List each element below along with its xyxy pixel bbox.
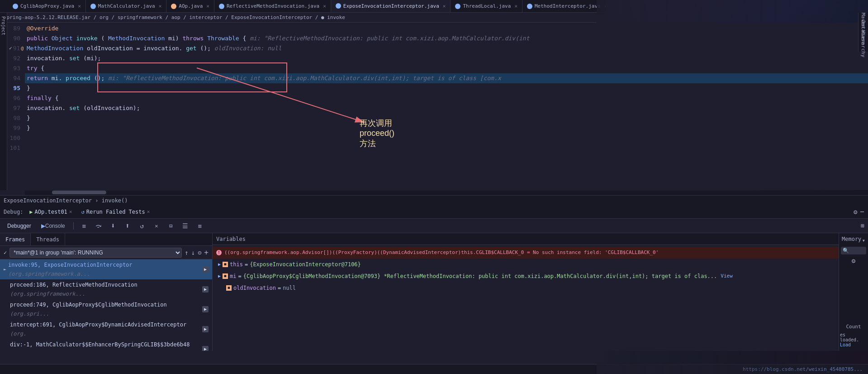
tab-icon-reflective [219, 4, 224, 9]
debug-settings-icon[interactable]: ⚙ [854, 208, 857, 216]
tab-label-cglib: CglibAopProxy.java [20, 3, 74, 9]
trace-icon[interactable]: ⊟ [165, 221, 177, 231]
debug-tab1-close[interactable]: ✕ [69, 209, 72, 215]
memory-gear-icon[interactable]: ⚙ [852, 257, 855, 264]
close-reflective[interactable]: ✕ [323, 3, 326, 9]
code-line-98: invocation. set (oldInvocation); [25, 103, 868, 113]
memory-dropdown-icon[interactable]: ▾ [862, 237, 865, 244]
frame-item-3[interactable]: intercept:691, CglibAopProxy$DynamicAdvi… [0, 319, 212, 339]
frame-item-4[interactable]: div:-1, MathCalculator$$EnhancerBySpring… [0, 339, 212, 351]
frame-item-0[interactable]: ► invoke:95, ExposeInvocationInterceptor… [0, 259, 212, 279]
variables-mi-row: ▶ ■ mi = {CglibAopProxy$CglibMethodInvoc… [213, 270, 839, 282]
loaded-text: es loaded. Load [839, 331, 868, 348]
more-icon[interactable]: ≡ [194, 221, 206, 231]
frame-3-expand[interactable]: ▶ [202, 326, 209, 332]
tab-cglib[interactable]: CglibAopProxy.java ✕ [8, 0, 86, 13]
debug-tab1[interactable]: ▶ AOp.test01 ✕ [27, 208, 75, 216]
step-over-icon[interactable]: ⤼ [93, 221, 104, 231]
frames-list-icon[interactable]: ≡ [78, 221, 90, 231]
run-to-cursor-icon[interactable]: ↺ [136, 221, 148, 231]
code-line-90: @Override [25, 24, 868, 34]
frame-2-expand[interactable]: ▶ [202, 306, 209, 312]
tab-reflective[interactable]: ReflectiveMethodInvocation.java ✕ [214, 0, 331, 13]
tab-aop[interactable]: AOp.java ✕ [166, 0, 214, 13]
breadcrumb-text: spring-aop-5.2.12.RELEASE.jar / org / sp… [4, 14, 345, 20]
tab-label-mathcalc: MathCalculator.java [98, 3, 155, 9]
thread-down-icon[interactable]: ↓ [191, 249, 194, 256]
tab-icon-threadlocal [455, 4, 460, 9]
tab-label-expose: ExposeInvocationInterceptor.java [343, 3, 439, 9]
frame-0-method: invoke:95, ExposeInvocationInterceptor [8, 262, 133, 268]
mi-view-link[interactable]: View [721, 271, 733, 281]
horizontal-scrollbar[interactable] [25, 191, 868, 195]
frame-item-1[interactable]: proceed:186, ReflectiveMethodInvocation … [0, 279, 212, 299]
code-content: @Override public Object invoke ( MethodI… [25, 23, 868, 190]
restore-layout[interactable]: ⊞ [861, 222, 864, 229]
variables-list: ! ((org.springframework.aop.Advisor[])((… [213, 245, 839, 351]
close-aop[interactable]: ✕ [206, 3, 209, 9]
mi-value: {CglibAopProxy$CglibMethodInvocation@709… [243, 271, 717, 281]
threads-tab[interactable]: Threads [31, 233, 65, 245]
tab-label-aop: AOp.java [179, 3, 203, 9]
sidebar-project[interactable]: Project [1, 16, 6, 35]
frame-4-expand[interactable]: ▶ [202, 346, 209, 351]
thread-add-icon[interactable]: + [204, 248, 209, 257]
code-line-93: invocation. set (mi); [25, 53, 868, 63]
variables-error-text: ((org.springframework.aop.Advisor[])((Pr… [224, 248, 659, 258]
variables-header: Variables [213, 233, 839, 245]
debug-tab2-label: Rerun Failed Tests [86, 209, 145, 215]
right-sidebar: Maven Database Hierarchy [858, 13, 868, 52]
frames-tab[interactable]: Frames [0, 233, 31, 245]
memory-label: Memory [842, 236, 861, 242]
thread-up-icon[interactable]: ↑ [185, 249, 188, 256]
memory-panel: Memory ▾ 🔍 ⚙ Count es loaded. Load [839, 233, 868, 351]
frame-4-method: div:-1, MathCalculator$$EnhancerBySpring… [10, 341, 190, 348]
memory-settings[interactable]: ⚙ [852, 257, 855, 264]
code-line-96: } [25, 83, 868, 93]
frame-3-location: (org. [10, 331, 26, 337]
this-value: {ExposeInvocationInterceptor@7106} [250, 259, 361, 269]
step-out-icon[interactable]: ⬆ [122, 221, 133, 231]
tab-label-reflective: ReflectiveMethodInvocation.java [227, 3, 319, 9]
debug-minimize-icon[interactable]: − [860, 207, 864, 216]
tab-icon-aop [171, 4, 176, 9]
thread-selector[interactable]: *main*@1 in group 'main': RUNNING [9, 248, 182, 258]
close-mathcalc[interactable]: ✕ [159, 3, 162, 9]
frame-item-2[interactable]: proceed:749, CglibAopProxy$CglibMethodIn… [0, 299, 212, 319]
settings-2-icon[interactable]: ☰ [180, 221, 191, 231]
mi-expand-icon[interactable]: ▶ [218, 271, 221, 281]
editor-footer: ExposeInvocationInterceptor › invoke() [0, 195, 868, 205]
count-label: Count [846, 324, 861, 330]
h-scroll-thumb[interactable] [52, 191, 106, 194]
close-threadlocal[interactable]: ✕ [514, 3, 517, 9]
frame-1-expand[interactable]: ▶ [202, 286, 209, 292]
load-link[interactable]: Load [840, 342, 851, 347]
debug-tab2-close[interactable]: ✕ [147, 209, 150, 215]
error-icon: ! [216, 250, 222, 255]
code-line-95: return mi. proceed (); mi: "ReflectiveMe… [25, 73, 868, 83]
this-icon: ■ [223, 262, 228, 267]
tab-mathcalc[interactable]: MathCalculator.java ✕ [86, 0, 166, 13]
panel-tabs: Frames Threads [0, 233, 212, 246]
close-expose[interactable]: ✕ [443, 3, 446, 9]
sidebar-hierarchy[interactable]: Hierarchy [859, 40, 868, 48]
thread-filter-icon[interactable]: ⊝ [198, 249, 201, 256]
toolbar-sep-1 [73, 222, 74, 230]
tab-methodinterceptor[interactable]: MethodInterceptor.java ✕ [522, 0, 612, 13]
debug-tab1-label: AOp.test01 [35, 209, 67, 215]
memory-header: Memory ▾ [839, 236, 868, 245]
frame-0-location: (org.springframework.a... [8, 271, 90, 277]
frame-0-expand[interactable]: ▶ [202, 266, 209, 273]
code-editor[interactable]: 89 90 ✓91 @ 92 93 94 95 96 97 98 99 100 … [0, 23, 868, 190]
debug-tab2[interactable]: ↺ Rerun Failed Tests ✕ [78, 208, 152, 216]
tab-icon-mathcalc [90, 4, 96, 9]
step-into-icon[interactable]: ⬇ [107, 221, 119, 231]
tab-expose[interactable]: ExposeInvocationInterceptor.java ✕ [331, 0, 451, 13]
thread-check-icon: ✓ [4, 249, 7, 256]
close-cglib[interactable]: ✕ [78, 3, 81, 9]
tab-threadlocal[interactable]: ThreadLocal.java ✕ [451, 0, 522, 13]
evaluate-icon[interactable]: ✕ [151, 221, 162, 231]
this-expand-icon[interactable]: ▶ [218, 259, 221, 269]
debugger-button[interactable]: Debugger [4, 221, 35, 231]
console-button[interactable]: ▶ Console [38, 221, 69, 231]
